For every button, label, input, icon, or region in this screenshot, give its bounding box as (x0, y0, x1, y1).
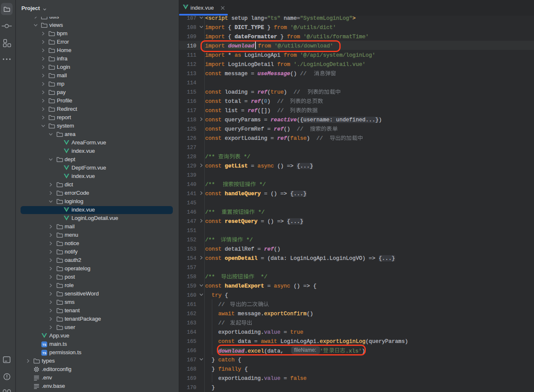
svg-text:TS: TS (42, 343, 46, 347)
svg-text:TS: TS (42, 351, 46, 355)
